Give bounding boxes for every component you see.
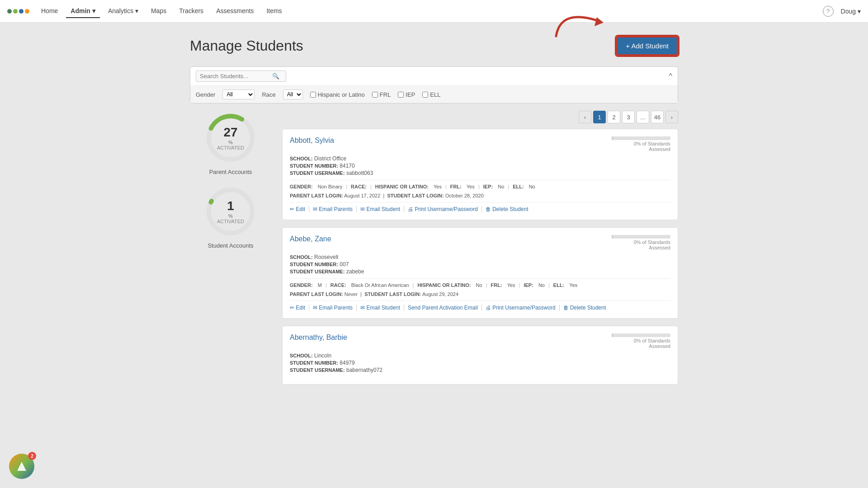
email-student-link[interactable]: ✉ Email Student xyxy=(357,305,404,311)
send-parent-activation-link[interactable]: Send Parent Activation Email xyxy=(404,305,482,311)
student-username: STUDENT USERNAME: babernathy072 xyxy=(290,367,670,373)
student-donut-container: 1 % ACTIVATED xyxy=(203,184,258,239)
add-student-button[interactable]: + Add Student xyxy=(616,36,678,56)
nav-admin[interactable]: Admin ▾ xyxy=(66,5,100,18)
student-actions: ✏ Edit ✉ Email Parents ✉ Email Student S… xyxy=(290,300,670,311)
nav-maps[interactable]: Maps xyxy=(146,5,171,18)
frl-filter[interactable]: FRL xyxy=(372,91,391,98)
iep-checkbox[interactable] xyxy=(398,92,404,98)
student-header: Abbott, Sylvia 0% of Standards Assessed xyxy=(290,136,670,152)
user-menu[interactable]: Doug ▾ xyxy=(841,8,861,15)
student-card: Abernathy, Barbie 0% of Standards Assess… xyxy=(282,326,678,385)
student-username: STUDENT USERNAME: zabebe xyxy=(290,268,670,275)
main-content: Manage Students + Add Student 🔍 ^ Gender… xyxy=(163,23,705,405)
nav-trackers[interactable]: Trackers xyxy=(175,5,208,18)
page-3-button[interactable]: 3 xyxy=(622,111,635,123)
hispanic-checkbox[interactable] xyxy=(310,92,316,98)
search-input[interactable] xyxy=(200,73,272,80)
help-icon[interactable]: ? xyxy=(823,6,834,17)
hispanic-filter[interactable]: Hispanic or Latino xyxy=(310,91,365,98)
student-activated-number: 1 xyxy=(217,199,244,213)
chevron-down-icon: ▾ xyxy=(92,7,95,14)
progress-bar-bg xyxy=(612,136,670,140)
search-input-wrap[interactable]: 🔍 xyxy=(196,70,286,82)
nav-assessments[interactable]: Assessments xyxy=(212,5,258,18)
student-list: ‹ 1 2 3 … 46 › Abbott, Sylvia 0% of Stan… xyxy=(282,111,678,392)
student-percent: % xyxy=(217,213,244,219)
student-accounts-stat: 1 % ACTIVATED Student Accounts xyxy=(190,184,271,249)
student-school: SCHOOL: District Office xyxy=(290,155,670,162)
progress-container: 0% of Standards Assessed xyxy=(612,333,670,349)
progress-bar-fill xyxy=(612,136,613,140)
student-card: Abebe, Zane 0% of Standards Assessed SCH… xyxy=(282,227,678,319)
delete-student-link[interactable]: 🗑 Delete Student xyxy=(560,305,610,311)
parent-activated-number: 27 xyxy=(217,125,244,140)
collapse-button[interactable]: ^ xyxy=(669,72,672,80)
progress-container: 0% of Standards Assessed xyxy=(612,235,670,250)
nav-analytics[interactable]: Analytics ▾ xyxy=(104,5,143,18)
student-number: STUDENT NUMBER: 84979 xyxy=(290,360,670,366)
nav-home[interactable]: Home xyxy=(37,5,62,18)
nav-items[interactable]: Items xyxy=(262,5,286,18)
student-accounts-title: Student Accounts xyxy=(190,242,271,249)
delete-student-link[interactable]: 🗑 Delete Student xyxy=(482,206,532,212)
search-filter-section: 🔍 ^ Gender AllMaleFemale Race All Hispan… xyxy=(190,66,678,103)
student-header: Abernathy, Barbie 0% of Standards Assess… xyxy=(290,333,670,349)
login-row: PARENT LAST LOGIN: Never | STUDENT LAST … xyxy=(290,291,670,297)
frl-checkbox[interactable] xyxy=(372,92,378,98)
page-2-button[interactable]: 2 xyxy=(608,111,620,123)
search-icon: 🔍 xyxy=(272,73,279,80)
page-header: Manage Students + Add Student xyxy=(190,36,678,56)
iep-filter[interactable]: IEP xyxy=(398,91,415,98)
add-student-container: + Add Student xyxy=(616,36,678,56)
stats-sidebar: 27 % ACTIVATED Parent Accounts xyxy=(190,111,271,392)
parent-percent: % xyxy=(217,140,244,145)
next-page-button[interactable]: › xyxy=(665,111,678,123)
page-ellipsis: … xyxy=(637,111,649,123)
student-name[interactable]: Abbott, Sylvia xyxy=(290,136,334,145)
parent-activated-label: ACTIVATED xyxy=(217,145,244,150)
search-row: 🔍 ^ xyxy=(190,67,678,86)
race-select[interactable]: All xyxy=(283,89,303,99)
progress-bar-bg xyxy=(612,235,670,239)
student-info: SCHOOL: District Office STUDENT NUMBER: … xyxy=(290,155,670,176)
edit-link[interactable]: ✏ Edit xyxy=(290,206,309,212)
filter-row: Gender AllMaleFemale Race All Hispanic o… xyxy=(190,86,678,103)
gender-label: Gender xyxy=(196,91,215,98)
gender-select[interactable]: AllMaleFemale xyxy=(222,89,255,99)
email-parents-link[interactable]: ✉ Email Parents xyxy=(309,206,357,212)
chevron-down-icon: ▾ xyxy=(135,7,138,14)
student-name[interactable]: Abebe, Zane xyxy=(290,235,331,243)
prev-page-button[interactable]: ‹ xyxy=(579,111,591,123)
student-school: SCHOOL: Roosevelt xyxy=(290,254,670,260)
progress-label: 0% of Standards Assessed xyxy=(612,141,670,152)
pagination: ‹ 1 2 3 … 46 › xyxy=(282,111,678,123)
student-school: SCHOOL: Lincoln xyxy=(290,352,670,359)
login-row: PARENT LAST LOGIN: August 17, 2022 | STU… xyxy=(290,193,670,198)
print-link[interactable]: 🖨 Print Username/Password xyxy=(404,206,482,212)
edit-link[interactable]: ✏ Edit xyxy=(290,305,309,311)
print-link[interactable]: 🖨 Print Username/Password xyxy=(482,305,560,311)
student-number: STUDENT NUMBER: 007 xyxy=(290,261,670,267)
parent-donut-center: 27 % ACTIVATED xyxy=(217,125,244,150)
progress-bar-fill xyxy=(612,333,613,337)
student-username: STUDENT USERNAME: sabbott063 xyxy=(290,170,670,176)
nav-right: ? Doug ▾ xyxy=(823,6,861,17)
ell-checkbox[interactable] xyxy=(422,92,428,98)
content-area: 27 % ACTIVATED Parent Accounts xyxy=(190,111,678,392)
race-label: Race xyxy=(262,91,275,98)
student-donut-center: 1 % ACTIVATED xyxy=(217,199,244,224)
student-header: Abebe, Zane 0% of Standards Assessed xyxy=(290,235,670,250)
app-logo xyxy=(7,9,29,14)
page-1-button[interactable]: 1 xyxy=(593,111,606,123)
progress-container: 0% of Standards Assessed xyxy=(612,136,670,152)
progress-bar-bg xyxy=(612,333,670,337)
email-parents-link[interactable]: ✉ Email Parents xyxy=(309,305,357,311)
progress-bar-fill xyxy=(612,235,613,239)
progress-label: 0% of Standards Assessed xyxy=(612,338,670,349)
progress-label: 0% of Standards Assessed xyxy=(612,239,670,250)
page-46-button[interactable]: 46 xyxy=(651,111,664,123)
student-name[interactable]: Abernathy, Barbie xyxy=(290,333,347,342)
ell-filter[interactable]: ELL xyxy=(422,91,440,98)
email-student-link[interactable]: ✉ Email Student xyxy=(357,206,404,212)
